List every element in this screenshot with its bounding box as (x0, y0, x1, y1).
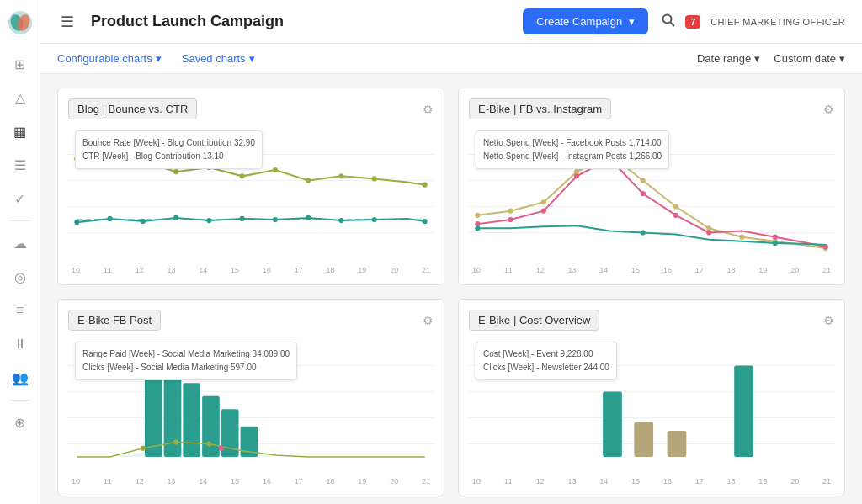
svg-point-23 (141, 219, 146, 224)
search-button[interactable] (662, 13, 675, 30)
chart-tooltip-2: Netto Spend [Week] - Facebook Posts 1,71… (476, 130, 669, 169)
table-icon[interactable]: ☰ (5, 150, 35, 180)
toolbar-right: Date range ▾ Custom date ▾ (697, 52, 845, 65)
svg-point-71 (173, 439, 178, 444)
logo[interactable] (8, 10, 33, 35)
svg-point-42 (673, 204, 678, 209)
list-icon[interactable]: ≡ (5, 295, 35, 326)
svg-point-31 (423, 219, 428, 224)
svg-rect-78 (603, 392, 622, 458)
custom-date-button[interactable]: Custom date ▾ (774, 52, 845, 65)
sidebar: ⊞ △ ▦ ☰ ✓ ☁ ◎ ≡ ⏸ 👥 ⊕ (0, 0, 40, 504)
checklist-icon[interactable]: ✓ (5, 183, 35, 214)
charts-area: Blog | Bounce vs. CTR ⚙ Bounce Rate [Wee… (40, 74, 862, 504)
svg-point-49 (541, 209, 546, 214)
svg-point-57 (475, 225, 480, 231)
notification-badge[interactable]: 7 (685, 15, 700, 29)
create-campaign-button[interactable]: Create Campaign ▾ (523, 8, 648, 34)
tooltip-line-3-1: Clicks [Week] - Social Media Marketing 5… (82, 361, 290, 374)
svg-point-16 (273, 167, 278, 172)
svg-point-28 (306, 215, 311, 220)
svg-point-29 (338, 218, 343, 223)
configurable-charts-dropdown[interactable]: Configurable charts ▾ (57, 52, 162, 65)
configurable-charts-arrow: ▾ (156, 52, 162, 65)
svg-point-72 (206, 441, 211, 446)
chart-settings-button-3[interactable]: ⚙ (423, 314, 434, 327)
tooltip-line-4-1: Clicks [Week] - Newsletter 244.00 (483, 361, 609, 374)
sidebar-divider-1 (10, 220, 30, 221)
alert-icon[interactable]: △ (5, 82, 35, 113)
chart-card-1: Blog | Bounce vs. CTR ⚙ Bounce Rate [Wee… (57, 88, 444, 285)
chart-bar-icon[interactable]: ▦ (5, 116, 35, 146)
chart-title-1: Blog | Bounce vs. CTR (68, 98, 197, 119)
tooltip-line-4-0: Cost [Week] - Event 9,228.00 (483, 347, 609, 361)
svg-rect-67 (202, 396, 220, 457)
chart-header-2: E-Bike | FB vs. Instagram ⚙ (469, 98, 834, 119)
saved-charts-dropdown[interactable]: Saved charts ▾ (182, 52, 255, 65)
svg-point-19 (372, 176, 377, 181)
svg-point-70 (141, 446, 146, 451)
tooltip-line-1-1: CTR [Week] - Blog Contribution 13.10 (82, 150, 255, 163)
cloud-icon[interactable]: ☁ (5, 228, 35, 258)
svg-rect-79 (634, 422, 653, 457)
create-campaign-arrow: ▾ (629, 15, 635, 28)
date-range-arrow: ▾ (754, 52, 760, 65)
svg-point-27 (273, 217, 278, 222)
chart-title-4: E-Bike | Cost Overview (469, 310, 599, 331)
tooltip-line-2-0: Netto Spend [Week] - Facebook Posts 1,71… (483, 136, 662, 150)
svg-line-4 (671, 22, 675, 26)
main-content: ☰ Product Launch Campaign Create Campaig… (40, 0, 862, 504)
equalizer-icon[interactable]: ⏸ (5, 329, 35, 359)
toolbar: Configurable charts ▾ Saved charts ▾ Dat… (40, 44, 862, 74)
svg-rect-66 (183, 383, 200, 457)
chart-settings-button-1[interactable]: ⚙ (423, 103, 434, 116)
people-icon[interactable]: 👥 (5, 363, 35, 393)
dollar-icon[interactable]: ◎ (5, 262, 35, 292)
chart-title-2: E-Bike | FB vs. Instagram (469, 98, 611, 119)
chart-card-2: E-Bike | FB vs. Instagram ⚙ Netto Spend … (458, 88, 845, 285)
user-role: CHIEF MARKETING OFFICER (710, 17, 845, 27)
svg-point-15 (240, 173, 245, 178)
plus-circle-icon[interactable]: ⊕ (5, 407, 35, 438)
chart-card-4: E-Bike | Cost Overview ⚙ Cost [Week] - E… (458, 299, 845, 496)
header: ☰ Product Launch Campaign Create Campaig… (40, 0, 862, 44)
chart-axis-labels-1: 10 11 12 13 14 15 16 17 18 19 20 21 (68, 266, 434, 274)
svg-point-41 (641, 178, 646, 183)
svg-point-24 (173, 215, 178, 220)
chart-axis-labels-2: 10 11 12 13 14 15 16 17 18 19 20 21 (469, 266, 834, 274)
date-range-button[interactable]: Date range ▾ (697, 52, 760, 65)
tooltip-line-2-1: Netto Spend [Week] - Instagram Posts 1,2… (483, 150, 662, 163)
svg-point-55 (773, 235, 778, 240)
hamburger-button[interactable]: ☰ (57, 9, 77, 34)
svg-point-20 (423, 183, 428, 188)
grid-icon[interactable]: ⊞ (5, 49, 35, 79)
create-campaign-label: Create Campaign (536, 15, 622, 28)
chart-header-4: E-Bike | Cost Overview ⚙ (469, 310, 834, 331)
chart-settings-button-2[interactable]: ⚙ (823, 103, 834, 116)
svg-point-26 (240, 216, 245, 221)
chart-tooltip-1: Bounce Rate [Week] - Blog Contribution 3… (75, 130, 263, 169)
custom-date-arrow: ▾ (839, 52, 845, 65)
chart-tooltip-3: Range Paid [Week] - Social Media Marketi… (75, 342, 297, 380)
saved-charts-label: Saved charts (182, 52, 246, 65)
saved-charts-arrow: ▾ (249, 52, 255, 65)
chart-tooltip-4: Cost [Week] - Event 9,228.00 Clicks [Wee… (476, 342, 617, 380)
chart-settings-button-4[interactable]: ⚙ (823, 314, 834, 327)
charts-grid: Blog | Bounce vs. CTR ⚙ Bounce Rate [Wee… (57, 88, 845, 496)
custom-date-label: Custom date (774, 52, 836, 65)
chart-axis-labels-3: 10 11 12 13 14 15 16 17 18 19 20 21 (68, 477, 434, 485)
chart-axis-labels-4: 10 11 12 13 14 15 16 17 18 19 20 21 (469, 477, 834, 485)
page-title: Product Launch Campaign (91, 13, 509, 30)
chart-header-3: E-Bike FB Post ⚙ (68, 310, 434, 331)
toolbar-left: Configurable charts ▾ Saved charts ▾ (57, 52, 697, 65)
sidebar-divider-2 (10, 400, 30, 401)
svg-rect-80 (668, 431, 687, 457)
svg-point-38 (541, 199, 546, 204)
svg-point-48 (508, 217, 513, 222)
svg-point-30 (372, 217, 377, 222)
svg-point-53 (673, 213, 678, 218)
header-right: 7 CHIEF MARKETING OFFICER (662, 13, 845, 30)
tooltip-line-1-0: Bounce Rate [Week] - Blog Contribution 3… (82, 136, 255, 150)
svg-point-21 (74, 220, 79, 225)
svg-point-59 (773, 241, 778, 246)
